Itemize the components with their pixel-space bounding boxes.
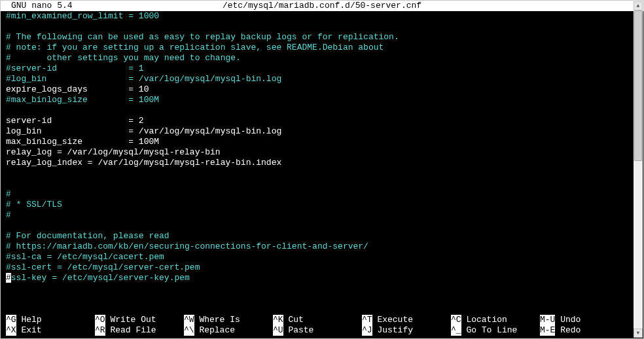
text-segment: #ssl-ca = /etc/mysql/cacert.pem bbox=[6, 252, 164, 262]
text-segment: # note: if you are setting up a replicat… bbox=[6, 43, 384, 52]
scroll-down-button[interactable]: ▼ bbox=[634, 329, 643, 338]
editor-line: server-id = 2 bbox=[6, 116, 638, 126]
text-segment: log_bin = /var/log/mysql/mysql-bin.log bbox=[6, 126, 281, 136]
editor-line: #ssl-ca = /etc/mysql/cacert.pem bbox=[6, 252, 638, 262]
shortcut-key: ^\ bbox=[184, 325, 194, 336]
shortcut-item[interactable]: ^U Paste bbox=[273, 325, 362, 336]
editor-line: #log_bin = /var/log/mysql/mysql-bin.log bbox=[6, 74, 638, 84]
shortcut-item[interactable]: ^T Execute bbox=[362, 315, 451, 325]
shortcut-item[interactable]: ^_ Go To Line bbox=[451, 325, 540, 336]
text-segment: # https://mariadb.com/kb/en/securing-con… bbox=[6, 241, 368, 251]
shortcut-key: ^_ bbox=[451, 325, 461, 336]
shortcut-label: Execute bbox=[372, 315, 413, 325]
scroll-up-button[interactable]: ▲ bbox=[634, 1, 643, 10]
shortcut-item[interactable]: ^X Exit bbox=[6, 325, 95, 336]
shortcut-label: Help bbox=[16, 315, 42, 325]
editor-line: #min_examined_row_limit = 1000 bbox=[6, 11, 638, 22]
shortcut-item[interactable]: M-E Redo bbox=[540, 325, 629, 336]
shortcut-label: Location bbox=[461, 315, 507, 325]
shortcut-item[interactable]: ^J Justify bbox=[362, 325, 451, 336]
editor-line: # bbox=[6, 189, 638, 200]
editor-line: #ssl-cert = /etc/mysql/server-cert.pem bbox=[6, 262, 638, 273]
shortcut-label: Go To Line bbox=[461, 325, 518, 336]
editor-line bbox=[6, 22, 638, 32]
editor-line: # For documentation, please read bbox=[6, 231, 638, 241]
terminal-window: GNU nano 5.4 /etc/mysql/mariadb.conf.d/5… bbox=[0, 0, 644, 339]
shortcut-label: Redo bbox=[555, 325, 581, 336]
text-segment: expire_logs_days = 10 bbox=[6, 84, 149, 94]
nano-titlebar: GNU nano 5.4 /etc/mysql/mariadb.conf.d/5… bbox=[1, 1, 643, 11]
shortcut-key: ^R bbox=[95, 325, 105, 336]
shortcut-key: M-U bbox=[540, 315, 555, 325]
shortcut-row-1: ^G Help^O Write Out^W Where Is^K Cut^T E… bbox=[1, 315, 643, 325]
text-segment: #log_bin = /var/log/mysql/mysql-bin.log bbox=[6, 74, 281, 84]
shortcut-item[interactable]: ^R Read File bbox=[95, 325, 184, 336]
editor-line: # https://mariadb.com/kb/en/securing-con… bbox=[6, 241, 638, 252]
editor-line: # * SSL/TLS bbox=[6, 200, 638, 210]
text-segment: # The following can be used as easy to r… bbox=[6, 32, 399, 42]
shortcut-label: Justify bbox=[372, 325, 413, 336]
text-segment: max_binlog_size = 100M bbox=[6, 137, 159, 147]
file-path: /etc/mysql/mariadb.conf.d/50-server.cnf bbox=[223, 1, 421, 11]
editor-line bbox=[6, 105, 638, 116]
editor-line: relay_log_index = /var/log/mysql/mysql-r… bbox=[6, 158, 638, 168]
scroll-thumb[interactable] bbox=[634, 10, 642, 161]
shortcut-item[interactable]: ^G Help bbox=[6, 315, 95, 325]
editor-area[interactable]: #min_examined_row_limit = 1000# The foll… bbox=[1, 11, 643, 315]
shortcut-key: ^T bbox=[362, 315, 372, 325]
shortcut-key: ^K bbox=[273, 315, 283, 325]
vertical-scrollbar[interactable]: ▲ ▼ bbox=[634, 1, 643, 338]
text-segment: relay_log_index = /var/log/mysql/mysql-r… bbox=[6, 158, 281, 168]
editor-line: # bbox=[6, 210, 638, 221]
shortcut-key: ^C bbox=[451, 315, 461, 325]
text-segment: # other settings you may need to change. bbox=[6, 53, 241, 63]
editor-line: # The following can be used as easy to r… bbox=[6, 32, 638, 43]
shortcut-key: ^U bbox=[273, 325, 283, 336]
text-segment: #server-id = 1 bbox=[6, 63, 144, 73]
shortcut-label: Paste bbox=[283, 325, 314, 336]
shortcut-label: Undo bbox=[555, 315, 581, 325]
text-segment: relay_log = /var/log/mysql/mysql-relay-b… bbox=[6, 147, 221, 157]
shortcut-item[interactable]: ^O Write Out bbox=[95, 315, 184, 325]
editor-line: # other settings you may need to change. bbox=[6, 53, 638, 63]
shortcut-label: Where Is bbox=[194, 315, 240, 325]
editor-line bbox=[6, 221, 638, 231]
shortcut-key: ^O bbox=[95, 315, 105, 325]
shortcut-bar: ^G Help^O Write Out^W Where Is^K Cut^T E… bbox=[1, 315, 643, 338]
shortcut-key: ^X bbox=[6, 325, 16, 336]
shortcut-item[interactable]: M-U Undo bbox=[540, 315, 629, 325]
text-segment: # * SSL/TLS bbox=[6, 200, 62, 209]
text-segment: #min_examined_row_limit = 1000 bbox=[6, 11, 159, 21]
editor-line: #server-id = 1 bbox=[6, 63, 638, 74]
text-segment: server-id = 2 bbox=[6, 116, 144, 126]
shortcut-key: M-E bbox=[540, 325, 555, 336]
editor-line bbox=[6, 179, 638, 189]
shortcut-key: ^J bbox=[362, 325, 372, 336]
shortcut-item[interactable]: ^\ Replace bbox=[184, 325, 273, 336]
editor-line: #ssl-key = /etc/mysql/server-key.pem bbox=[6, 273, 638, 283]
editor-line bbox=[6, 168, 638, 179]
shortcut-key: ^W bbox=[184, 315, 194, 325]
shortcut-label: Replace bbox=[194, 325, 235, 336]
editor-line: max_binlog_size = 100M bbox=[6, 137, 638, 147]
shortcut-item[interactable]: ^K Cut bbox=[273, 315, 362, 325]
text-segment: ssl-key = /etc/mysql/server-key.pem bbox=[11, 273, 190, 283]
shortcut-label: Write Out bbox=[105, 315, 156, 325]
text-segment: # bbox=[6, 189, 11, 199]
shortcut-label: Read File bbox=[105, 325, 156, 336]
cursor: # bbox=[6, 273, 11, 283]
editor-line: log_bin = /var/log/mysql/mysql-bin.log bbox=[6, 126, 638, 137]
shortcut-item[interactable]: ^W Where Is bbox=[184, 315, 273, 325]
shortcut-row-2: ^X Exit^R Read File^\ Replace^U Paste^J … bbox=[1, 325, 643, 336]
text-segment: # bbox=[6, 210, 11, 220]
editor-line: #max_binlog_size = 100M bbox=[6, 95, 638, 105]
app-name: GNU nano 5.4 bbox=[1, 1, 73, 11]
shortcut-label: Exit bbox=[16, 325, 42, 336]
editor-line: relay_log = /var/log/mysql/mysql-relay-b… bbox=[6, 147, 638, 158]
text-segment: #max_binlog_size = 100M bbox=[6, 95, 159, 105]
text-segment: #ssl-cert = /etc/mysql/server-cert.pem bbox=[6, 262, 200, 272]
shortcut-label: Cut bbox=[283, 315, 304, 325]
editor-line: expire_logs_days = 10 bbox=[6, 84, 638, 95]
shortcut-item[interactable]: ^C Location bbox=[451, 315, 540, 325]
text-segment: # For documentation, please read bbox=[6, 231, 170, 241]
